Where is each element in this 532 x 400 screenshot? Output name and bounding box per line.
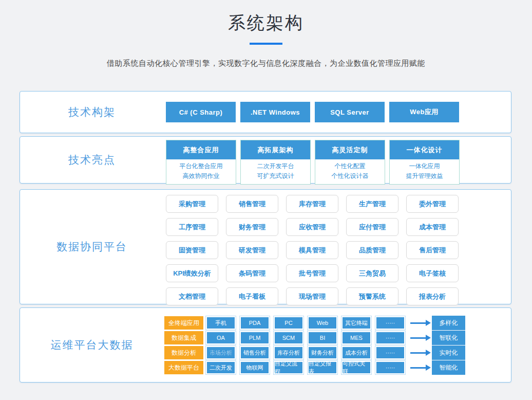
tech-stack-button[interactable]: SQL Server [315, 102, 385, 122]
ops-item-button[interactable]: 手机 [206, 316, 236, 330]
ops-item-button[interactable]: 二次开发 [206, 361, 236, 374]
arrow-right-icon [410, 352, 426, 354]
section-label-highlights: 技术亮点 [20, 137, 164, 183]
ops-result-button[interactable]: 智能化 [432, 360, 465, 375]
highlight-item: 提升管理效益 [390, 171, 459, 181]
highlight-card-header: 高整合应用 [166, 140, 236, 159]
module-button[interactable]: 电子签核 [406, 264, 459, 282]
ops-rows: 全终端应用手机PDAPCWeb其它终端·····多样化数据集成OAPLMSCMB… [164, 316, 465, 376]
highlight-card: 高整合应用 平台化整合应用 高效协同作业 [166, 140, 236, 185]
module-button[interactable]: 条码管理 [226, 264, 278, 282]
module-button[interactable]: 三角贸易 [346, 264, 398, 282]
highlight-item: 平台化整合应用 [166, 161, 236, 171]
ops-item-button[interactable]: 库存分析 [274, 346, 303, 359]
module-button[interactable]: 批号管理 [286, 264, 338, 282]
module-button[interactable]: 售后管理 [406, 241, 459, 259]
ops-item-button[interactable]: ····· [375, 331, 405, 344]
ops-item-button[interactable]: PLM [240, 331, 270, 344]
highlight-item: 个性化设计器 [315, 171, 385, 181]
module-button[interactable]: 库存管理 [286, 195, 338, 213]
highlight-card: 高拓展架构 二次开发平台 可扩充式设计 [240, 140, 311, 185]
page-title: 系统架构 [0, 0, 532, 35]
module-button[interactable]: 固资管理 [166, 241, 218, 259]
module-button[interactable]: 预警系统 [346, 287, 398, 305]
module-button[interactable]: 研发管理 [226, 241, 278, 259]
ops-item-button[interactable]: 自定义流程 [274, 361, 303, 374]
section-label-tech-stack: 技术构架 [20, 92, 164, 133]
ops-item-button[interactable]: PC [274, 316, 303, 330]
ops-item-button[interactable]: ····· [375, 346, 405, 359]
module-button[interactable]: 现场管理 [286, 287, 338, 305]
highlight-card-header: 高拓展架构 [241, 140, 310, 159]
module-button[interactable]: 应付管理 [346, 218, 398, 236]
module-button[interactable]: 委外管理 [406, 195, 459, 213]
ops-row: 全终端应用手机PDAPCWeb其它终端·····多样化 [164, 316, 465, 330]
ops-item-button[interactable]: 可控式关联 [341, 361, 371, 374]
ops-item-button[interactable]: 财务分析 [308, 346, 337, 359]
arrow-right-icon [410, 337, 426, 339]
ops-result-button[interactable]: 多样化 [432, 316, 465, 330]
ops-item-button[interactable]: Web [308, 316, 337, 330]
module-button[interactable]: 工序管理 [166, 218, 218, 236]
ops-item-button[interactable]: 其它终端 [341, 316, 371, 330]
ops-category-chip[interactable]: 全终端应用 [164, 316, 203, 330]
module-button[interactable]: 品质管理 [346, 241, 398, 259]
module-button[interactable]: 报表分析 [406, 287, 459, 305]
highlight-card-body: 二次开发平台 可扩充式设计 [241, 159, 310, 184]
ops-result-button[interactable]: 智联化 [432, 331, 465, 345]
page-subtitle: 借助系统自动化核心管理引擎，实现数字化与信息化深度融合，为企业数值化管理应用赋能 [0, 59, 532, 68]
page-header: 系统架构 借助系统自动化核心管理引擎，实现数字化与信息化深度融合，为企业数值化管… [0, 0, 532, 68]
highlight-item: 个性化配置 [315, 161, 385, 171]
module-button[interactable]: KPI绩效分析 [166, 264, 218, 282]
panel-ops-bigdata: 运维平台大数据 全终端应用手机PDAPCWeb其它终端·····多样化数据集成O… [20, 307, 511, 383]
module-button[interactable]: 文档管理 [166, 287, 218, 305]
highlight-cards: 高整合应用 平台化整合应用 高效协同作业 高拓展架构 二次开发平台 可扩充式设计… [166, 140, 460, 185]
highlight-card-body: 一体化应用 提升管理效益 [390, 159, 459, 184]
ops-result-button[interactable]: 实时化 [432, 346, 465, 360]
highlight-card-header: 高灵活定制 [315, 140, 385, 159]
highlight-card: 高灵活定制 个性化配置 个性化设计器 [315, 140, 385, 185]
module-grid: 采购管理销售管理库存管理生产管理委外管理工序管理财务管理应收管理应付管理成本管理… [166, 195, 459, 305]
module-button[interactable]: 销售管理 [226, 195, 278, 213]
highlight-card: 一体化设计 一体化应用 提升管理效益 [389, 140, 460, 185]
section-label-data-platform: 数据协同平台 [20, 190, 164, 304]
highlight-card-body: 平台化整合应用 高效协同作业 [166, 159, 236, 184]
highlight-item: 可扩充式设计 [241, 171, 310, 181]
ops-row: 数据分析市场分析销售分析库存分析财务分析成本分析·····实时化 [164, 346, 465, 359]
tech-stack-button[interactable]: C# (C Sharp) [166, 102, 236, 122]
ops-item-button[interactable]: 成本分析 [341, 346, 371, 359]
ops-item-button[interactable]: 市场分析 [206, 346, 236, 359]
ops-category-chip[interactable]: 大数据平台 [164, 361, 203, 374]
ops-category-chip[interactable]: 数据集成 [164, 331, 203, 344]
ops-row: 数据集成OAPLMSCMBIMES·····智联化 [164, 331, 465, 344]
ops-item-button[interactable]: MES [341, 331, 371, 344]
tech-stack-buttons: C# (C Sharp) .NET Windows SQL Server Web… [166, 102, 459, 122]
ops-item-button[interactable]: OA [206, 331, 236, 344]
ops-item-button[interactable]: 自定义报表 [308, 361, 337, 374]
title-underline [250, 43, 282, 45]
tech-stack-button[interactable]: Web应用 [389, 102, 459, 122]
ops-item-button[interactable]: ····· [375, 361, 405, 374]
highlight-card-body: 个性化配置 个性化设计器 [315, 159, 385, 184]
module-button[interactable]: 生产管理 [346, 195, 398, 213]
ops-item-button[interactable]: 销售分析 [240, 346, 270, 359]
module-button[interactable]: 采购管理 [166, 195, 218, 213]
module-button[interactable]: 财务管理 [226, 218, 278, 236]
module-button[interactable]: 成本管理 [406, 218, 459, 236]
arrow-right-icon [410, 322, 426, 324]
module-button[interactable]: 应收管理 [286, 218, 338, 236]
ops-item-button[interactable]: BI [308, 331, 337, 344]
panel-highlights: 技术亮点 高整合应用 平台化整合应用 高效协同作业 高拓展架构 二次开发平台 可… [20, 136, 511, 184]
ops-row: 大数据平台二次开发物联网自定义流程自定义报表可控式关联·····智能化 [164, 361, 465, 374]
highlight-item: 二次开发平台 [241, 161, 310, 171]
tech-stack-button[interactable]: .NET Windows [240, 102, 310, 122]
ops-item-button[interactable]: ····· [375, 316, 405, 330]
ops-item-button[interactable]: SCM [274, 331, 303, 344]
module-button[interactable]: 电子看板 [226, 287, 278, 305]
module-button[interactable]: 模具管理 [286, 241, 338, 259]
section-label-ops-bigdata: 运维平台大数据 [20, 308, 164, 382]
ops-item-button[interactable]: 物联网 [240, 361, 270, 374]
highlight-item: 高效协同作业 [166, 171, 236, 181]
ops-item-button[interactable]: PDA [240, 316, 270, 330]
ops-category-chip[interactable]: 数据分析 [164, 346, 203, 359]
